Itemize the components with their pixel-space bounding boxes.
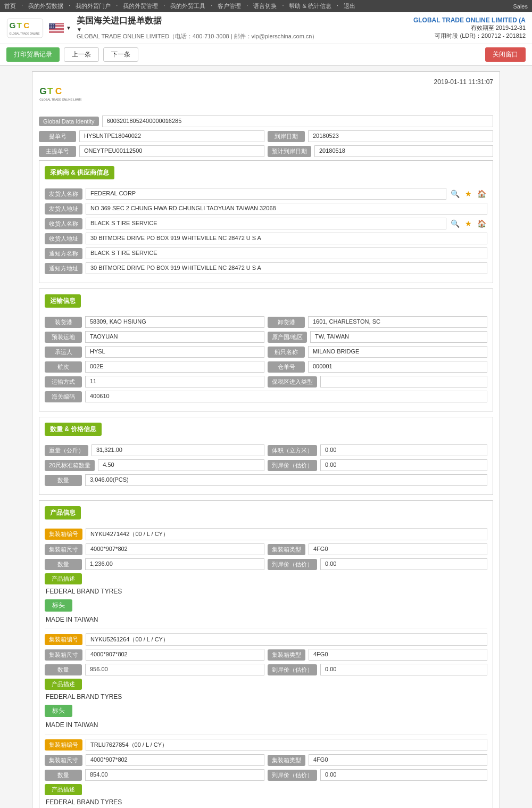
flag-dropdown-icon[interactable]: ▼ [66,25,71,31]
star-icon[interactable]: ★ [464,189,473,198]
product-mark-1: MADE IN TAIWAN [45,721,487,729]
cif-pair: 到岸价（估价） 0.00 [268,459,487,471]
vessel-pair: 船只名称 MILANO BRIDGE [268,346,487,358]
warehouse-no-pair: 仓单号 000001 [268,361,487,373]
container-type-label-0: 集装箱类型 [268,544,305,555]
container-size-row-0: 集装箱尺寸 4000*907*802 集装箱类型 4FG0 [45,543,487,555]
svg-text:GLOBAL TRADE ONLINE LIMITED: GLOBAL TRADE ONLINE LIMITED [39,98,81,101]
nav-sep8: · [337,2,338,10]
volume-label: 体积（立方米） [268,445,317,456]
product-qty-value-2: 854.00 [85,769,264,781]
bill-no-value: HYSLNTPE18040022 [79,130,264,142]
home-icon[interactable]: 🏠 [476,189,487,198]
product-price-label-1: 到岸价（估价） [268,664,317,675]
products-title: 产品信息 [45,506,81,520]
product-item-0: 集装箱编号 NYKU4271442（00 / L / CY） 集装箱尺寸 400… [45,528,487,623]
search-icon-2[interactable]: 🔍 [450,219,461,228]
product-desc-label-1: 产品描述 [45,679,82,690]
gdi-label: Global Data Identity [39,117,99,126]
product-item-1: 集装箱编号 NYKU5261264（00 / L / CY） 集装箱尺寸 400… [45,629,487,729]
svg-text:G: G [39,86,46,96]
cif-value: 0.00 [320,459,487,471]
nav-logout[interactable]: 退出 [344,2,355,10]
product-price-value-1: 0.00 [320,664,487,675]
container-no-row-1: 集装箱编号 NYKU5261264（00 / L / CY） [45,633,487,646]
nav-home[interactable]: 首页 [4,2,16,10]
container-type-value-2: 4FG0 [309,754,487,766]
nav-menu: 首页 · 我的外贸数据 · 我的外贸门户 · 我的外贸管理 · 我的外贸工具 ·… [4,2,355,10]
container-type-pair-2: 集装箱类型 4FG0 [268,754,487,766]
container-size-value-1: 4000*907*802 [86,649,264,661]
nav-mydata[interactable]: 我的外贸数据 [28,2,63,10]
product-qty-row-2: 数量 854.00 到岸价（估价） 0.00 [45,769,487,781]
next-button-top[interactable]: 下一条 [103,47,138,62]
receiver-name-value: BLACK S TIRE SERVICE [86,218,446,229]
sender-addr-label: 发货人地址 [45,203,82,215]
container-no-label-1: 集装箱编号 [45,634,82,645]
biaotou-button-0[interactable]: 标头 [45,599,72,612]
svg-point-13 [49,24,51,25]
svg-text:C: C [55,86,62,96]
star-icon-2[interactable]: ★ [464,219,473,228]
container-type-value-1: 4FG0 [309,649,487,661]
nav-sep5: · [211,2,212,10]
svg-rect-10 [49,30,64,30]
container-type-pair-0: 集装箱类型 4FG0 [268,543,487,555]
page-title-dropdown-icon[interactable]: ▼ [77,27,318,32]
container-no-value-0: NYKU4271442（00 / L / CY） [86,528,487,540]
top-toolbar: 打印贸易记录 上一条 下一条 关闭窗口 [0,44,532,66]
nav-tools[interactable]: 我的外贸工具 [170,2,205,10]
page-title-area: 美国海关进口提单数据 ▼ GLOBAL TRADE ONLINE LIMITED… [77,15,318,40]
origin-country-pair: 原产国/地区 TW, TAIWAN [268,331,487,343]
carrier-value: HYSL [85,346,264,358]
container-no-label-0: 集装箱编号 [45,529,82,540]
quantity-price-header-row: 数量 & 价格信息 [45,423,487,440]
ldr-info: 可用时段 (LDR)：200712 - 201812 [413,32,526,40]
biaotou-button-1[interactable]: 标头 [45,705,72,717]
svg-point-21 [53,27,54,28]
svg-point-14 [51,24,52,25]
cif-label: 到岸价（估价） [268,460,317,471]
nav-help[interactable]: 帮助 & 统计信息 [289,2,331,10]
product-price-value-0: 0.00 [320,558,487,570]
nav-portal[interactable]: 我的外贸门户 [76,2,111,10]
print-button-top[interactable]: 打印贸易记录 [6,47,60,62]
nav-language[interactable]: 语言切换 [253,2,277,10]
nav-sep4: · [163,2,165,10]
transport-header-row: 运输信息 [45,294,487,312]
svg-text:C: C [23,21,29,30]
volume-pair: 体积（立方米） 0.00 [268,444,487,456]
vessel-value: MILANO BRIDGE [308,346,487,358]
notify-name-value: BLACK S TIRE SERVICE [86,248,487,259]
transport-row-3: 航次 002E 仓单号 000001 [45,361,487,373]
volume-value: 0.00 [320,444,487,456]
nav-manage[interactable]: 我的外贸管理 [123,2,158,10]
search-icon[interactable]: 🔍 [450,189,461,198]
product-desc-text-0: FEDERAL BRAND TYRES [45,588,487,595]
svg-point-18 [53,26,54,27]
prev-button-top[interactable]: 上一条 [64,47,99,62]
receiver-addr-value: 30 BITMORE DRIVE PO BOX 919 WHITEVILLE N… [86,233,487,244]
container-size-row-1: 集装箱尺寸 4000*907*802 集装箱类型 4FG0 [45,649,487,661]
transport-mode-value: 11 [85,376,264,387]
nav-sales: Sales [513,3,528,10]
container-size-label-0: 集装箱尺寸 [45,544,82,555]
pre-load-value: TAOYUAN [85,331,264,343]
product-item-2: 集装箱编号 TRLU7627854（00 / L / CY） 集装箱尺寸 400… [45,734,487,808]
nav-customers[interactable]: 客户管理 [218,2,241,10]
page-header: G T C GLOBAL TRADE ONLINE [0,12,532,44]
quantity-price-section: 数量 & 价格信息 重量（公斤） 31,321.00 体积（立方米） 0.00 … [39,417,493,495]
flag-area[interactable]: ▼ [49,23,71,33]
product-qty-label-0: 数量 [45,559,82,570]
close-button-top[interactable]: 关闭窗口 [485,47,526,62]
est-arrival-pair: 预计到岸日期 20180518 [268,145,493,157]
pre-load-pair: 预装运地 TAOYUAN [45,331,264,343]
product-qty-row-0: 数量 1,236.00 到岸价（估价） 0.00 [45,558,487,570]
products-header-row: 产品信息 [45,506,487,524]
home-icon-2[interactable]: 🏠 [476,219,487,228]
weight-label: 重量（公斤） [45,445,88,456]
products-section: 产品信息 集装箱编号 NYKU4271442（00 / L / CY） 集装箱尺… [39,500,493,808]
customs-code-value: 400610 [85,391,487,402]
arrival-date-value: 20180523 [308,130,493,142]
product-desc-row-0: 产品描述 [45,573,487,584]
